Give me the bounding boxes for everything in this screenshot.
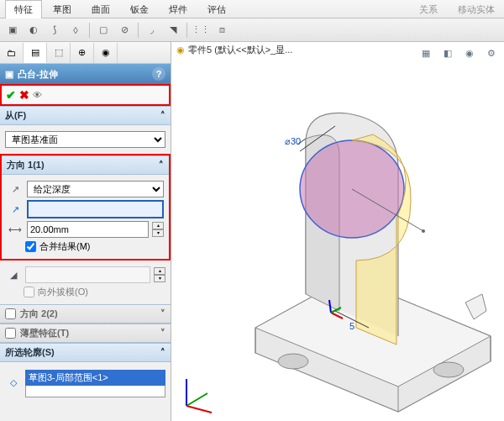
thin-label: 薄壁特征(T) xyxy=(20,327,69,339)
svg-line-14 xyxy=(186,393,207,406)
end-condition-select[interactable]: 给定深度 xyxy=(27,181,164,197)
main-toolbar: ▣ ◐ ⟆ ◊ ▢ ⊘ ◞ ◥ ⋮⋮ ⧈ xyxy=(0,18,504,42)
direction-arrow-icon[interactable]: ↗ xyxy=(7,201,24,218)
vp-section-icon[interactable]: ◧ xyxy=(438,44,457,62)
extrude-icon: ▣ xyxy=(5,69,13,80)
tb-pattern-icon[interactable]: ⋮⋮ xyxy=(192,21,210,39)
merge-result-checkbox[interactable]: 合并结果(M) xyxy=(25,240,164,253)
vp-display-icon[interactable]: ▦ xyxy=(417,44,435,62)
panel-tab-tree[interactable]: 🗀 xyxy=(0,43,24,63)
viewport-title: ◉ 零件5 (默认<<默认>_显... xyxy=(176,44,292,56)
tab-sheetmetal[interactable]: 钣金 xyxy=(121,0,158,18)
direction-reference-input[interactable] xyxy=(27,200,164,218)
tb-revolve-icon[interactable]: ◐ xyxy=(24,21,43,39)
depth-value: 20.00mm xyxy=(30,224,69,234)
direction2-header[interactable]: 方向 2(2) ˅ xyxy=(0,304,171,324)
feature-title: 凸台-拉伸 xyxy=(18,68,58,81)
direction1-header[interactable]: 方向 1(1) ˄ xyxy=(2,155,169,175)
from-select[interactable]: 草图基准面 xyxy=(5,131,165,148)
svg-text:5: 5 xyxy=(349,321,354,331)
preview-button[interactable]: 👁 xyxy=(33,90,42,100)
tb-hole-icon[interactable]: ⊘ xyxy=(115,21,134,39)
view-triad[interactable] xyxy=(178,372,220,414)
panel-tabs: 🗀 ▤ ⬚ ⊕ ◉ xyxy=(0,42,171,64)
panel-tab-property[interactable]: ▤ xyxy=(24,43,47,63)
panel-tab-appearance[interactable]: ◉ xyxy=(94,43,118,63)
chevron-up-icon: ˄ xyxy=(160,110,165,121)
ok-button[interactable]: ✔ xyxy=(6,88,16,102)
chevron-up-icon: ˄ xyxy=(159,160,164,171)
dimension-label[interactable]: ⌀30 xyxy=(285,136,301,146)
svg-point-0 xyxy=(278,354,308,369)
ribbon-right-1: 关系 xyxy=(410,0,447,18)
property-panel: 🗀 ▤ ⬚ ⊕ ◉ ▣ 凸台-拉伸 ? ✔ ✖ 👁 从(F) ˄ 草图基准面 xyxy=(0,42,171,421)
chevron-up-icon: ˄ xyxy=(160,347,165,358)
tab-weldments[interactable]: 焊件 xyxy=(160,0,197,18)
draft-icon[interactable]: ◢ xyxy=(5,266,22,283)
tab-features[interactable]: 特征 xyxy=(5,0,42,18)
reverse-direction-icon[interactable]: ↗ xyxy=(7,181,24,197)
confirm-row: ✔ ✖ 👁 xyxy=(0,84,171,106)
merge-label: 合并结果(M) xyxy=(39,240,91,253)
panel-tab-config[interactable]: ⬚ xyxy=(47,43,71,63)
tb-fillet-icon[interactable]: ◞ xyxy=(143,21,161,39)
tb-cut-icon[interactable]: ▢ xyxy=(94,21,113,39)
tab-evaluate[interactable]: 评估 xyxy=(198,0,235,18)
contours-header[interactable]: 所选轮廓(S) ˄ xyxy=(0,343,171,362)
thin-feature-header[interactable]: 薄壁特征(T) ˅ xyxy=(0,324,171,343)
part-name: 零件5 (默认<<默认>_显... xyxy=(188,44,292,56)
model-view[interactable]: ⌀30 5 xyxy=(205,92,504,421)
chevron-down-icon: ˅ xyxy=(160,328,165,339)
graphics-viewport[interactable]: ◉ 零件5 (默认<<默认>_显... ▦ ◧ ◉ ⚙ ⌀30 xyxy=(171,42,504,421)
depth-icon: ⟷ xyxy=(7,221,24,238)
direction1-label: 方向 1(1) xyxy=(7,159,45,171)
tb-chamfer-icon[interactable]: ◥ xyxy=(164,21,182,39)
vp-settings-icon[interactable]: ⚙ xyxy=(482,44,501,62)
cancel-button[interactable]: ✖ xyxy=(19,88,29,102)
tb-sweep-icon[interactable]: ⟆ xyxy=(45,21,64,39)
depth-spinner[interactable]: ▴▾ xyxy=(152,222,164,237)
part-icon: ◉ xyxy=(176,45,185,55)
contours-label: 所选轮廓(S) xyxy=(5,346,55,359)
tab-surface[interactable]: 曲面 xyxy=(82,0,119,18)
ribbon-tabs: 特征 草图 曲面 钣金 焊件 评估 关系 移动实体 xyxy=(0,0,504,18)
chevron-down-icon: ˅ xyxy=(160,308,165,319)
thin-checkbox[interactable] xyxy=(5,328,16,339)
tb-extrude-icon[interactable]: ▣ xyxy=(3,21,22,39)
svg-line-12 xyxy=(186,406,212,413)
ribbon-right-2: 移动实体 xyxy=(449,0,504,18)
help-icon[interactable]: ? xyxy=(152,67,165,81)
vp-scene-icon[interactable]: ◉ xyxy=(460,44,479,62)
draft-angle-input xyxy=(25,266,150,283)
draft-label: 向外拔模(O) xyxy=(38,286,88,298)
tab-sketch[interactable]: 草图 xyxy=(44,0,81,18)
from-label: 从(F) xyxy=(5,109,26,122)
from-group-header[interactable]: 从(F) ˄ xyxy=(0,106,171,125)
svg-point-1 xyxy=(433,362,464,377)
panel-tab-dimxpert[interactable]: ⊕ xyxy=(71,43,94,63)
draft-spinner[interactable]: ▴▾ xyxy=(154,267,165,282)
feature-title-bar: ▣ 凸台-拉伸 ? xyxy=(0,64,171,84)
svg-point-4 xyxy=(422,229,425,233)
selected-contour-item[interactable]: 草图3-局部范围<1> xyxy=(25,370,165,386)
direction2-checkbox[interactable] xyxy=(5,308,16,319)
contour-diamond-icon: ◇ xyxy=(5,375,22,392)
tb-mirror-icon[interactable]: ⧈ xyxy=(213,21,231,39)
draft-outward-checkbox: 向外拔模(O) xyxy=(24,286,165,298)
direction2-label: 方向 2(2) xyxy=(20,308,58,320)
tb-loft-icon[interactable]: ◊ xyxy=(66,21,85,39)
depth-input[interactable]: 20.00mm xyxy=(27,221,149,238)
